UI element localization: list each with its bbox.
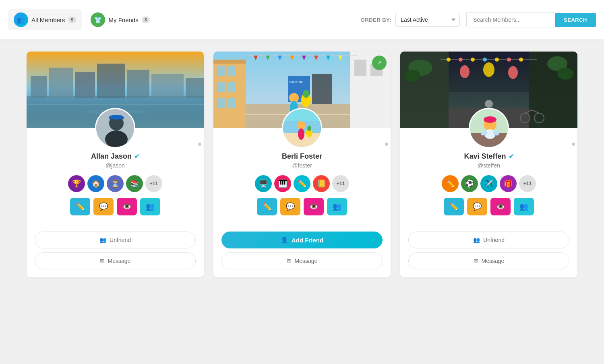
svg-point-73: [485, 100, 493, 108]
member-card-kavi-steffen: Kavi Steffen ✔ @steffen ✏️ ⚽ ✈️ 🎁 +11 ✏️…: [400, 52, 577, 277]
badges-row-3: ✏️ ⚽ ✈️ 🎁 +11: [408, 175, 569, 192]
member-card-berli-foster: PARKING ↗: [213, 52, 391, 277]
svg-rect-18: [213, 60, 246, 64]
action-view-3[interactable]: 👁️: [490, 198, 511, 215]
all-members-label: All Members: [31, 17, 65, 23]
tab-all-members[interactable]: 👥 All Members 9: [8, 9, 82, 30]
svg-rect-5: [97, 64, 125, 98]
orderby-label: ORDER BY:: [361, 17, 391, 23]
actions-row-3: ✏️ 💬 👁️ 👥: [408, 198, 569, 215]
my-friends-label: My Friends: [108, 17, 138, 23]
action-view-1[interactable]: 👁️: [117, 198, 137, 215]
card-footer-3: 👥 Unfriend ✉ Message: [400, 232, 577, 277]
avatar-dot-2: [384, 142, 389, 147]
svg-point-62: [459, 58, 463, 62]
member-card-allan-jason: Allan Jason ✔ @jason 🏆 🏠 ⏳ 📚 +11 ✏️ 💬 👁️…: [27, 52, 204, 277]
action-edit-2[interactable]: ✏️: [257, 198, 277, 215]
svg-rect-24: [228, 98, 236, 108]
unfriend-button-1[interactable]: 👥 Unfriend: [35, 232, 196, 248]
all-members-icon: 👥: [14, 12, 28, 27]
card-body-1: Allan Jason ✔ @jason 🏆 🏠 ⏳ 📚 +11 ✏️ 💬 👁️…: [27, 152, 204, 232]
verified-icon-1: ✔: [134, 153, 139, 160]
message-button-1[interactable]: ✉ Message: [35, 252, 196, 269]
svg-rect-23: [217, 98, 225, 108]
badge-3-2: ⚽: [461, 175, 478, 192]
member-name-1: Allan Jason ✔: [35, 152, 196, 161]
svg-point-61: [447, 58, 451, 62]
svg-point-50: [298, 128, 304, 140]
search-section: SEARCH: [466, 12, 596, 27]
svg-point-67: [519, 58, 523, 62]
svg-point-59: [557, 68, 573, 80]
badge-1-3: ⏳: [107, 175, 124, 192]
tab-my-friends[interactable]: 👕 My Friends 3: [85, 9, 155, 30]
svg-point-52: [307, 126, 311, 131]
svg-point-68: [460, 65, 470, 78]
action-edit-1[interactable]: ✏️: [70, 198, 90, 215]
orderby-select[interactable]: Last Active Newest Alphabetical Most Joi…: [395, 13, 460, 27]
verified-icon-3: ✔: [509, 153, 514, 160]
share-btn-2[interactable]: ↗: [372, 56, 387, 70]
message-button-2[interactable]: ✉ Message: [221, 252, 383, 269]
svg-rect-9: [27, 104, 204, 105]
badge-3-4: 🎁: [500, 175, 517, 192]
avatar-dot-1: [197, 142, 202, 147]
tab-group: 👥 All Members 9 👕 My Friends 3: [8, 9, 361, 30]
svg-rect-26: [354, 60, 366, 76]
card-avatar-1: [95, 108, 135, 148]
unfriend-button-3[interactable]: 👥 Unfriend: [408, 232, 569, 248]
svg-point-65: [495, 58, 499, 62]
member-name-2: Berli Foster: [221, 152, 383, 161]
svg-rect-3: [49, 68, 73, 98]
message-button-3[interactable]: ✉ Message: [408, 252, 569, 269]
svg-rect-15: [109, 117, 124, 119]
badge-2-3: ✏️: [294, 175, 310, 192]
actions-row-2: ✏️ 💬 👁️ 👥: [221, 198, 383, 215]
member-handle-2: @foster: [221, 162, 383, 169]
svg-rect-19: [217, 66, 225, 76]
svg-rect-22: [228, 82, 236, 92]
action-group-1[interactable]: 👥: [140, 198, 160, 215]
card-avatar-3: [469, 108, 509, 148]
member-name-3: Kavi Steffen ✔: [408, 152, 569, 161]
action-chat-3[interactable]: 💬: [467, 198, 487, 215]
card-footer-2: 👤 Add Friend ✉ Message: [213, 232, 391, 277]
card-avatar-wrap-1: [27, 108, 204, 148]
svg-rect-41: [312, 74, 332, 104]
svg-rect-8: [186, 78, 204, 98]
svg-point-64: [483, 58, 487, 62]
search-button[interactable]: SEARCH: [555, 13, 596, 27]
search-input[interactable]: [466, 12, 555, 27]
action-view-2[interactable]: 👁️: [304, 198, 324, 215]
all-members-badge: 9: [68, 17, 76, 23]
action-group-2[interactable]: 👥: [327, 198, 347, 215]
svg-rect-20: [228, 66, 236, 76]
avatar-dot-3: [571, 142, 576, 147]
message-icon-2: ✉: [287, 258, 292, 264]
svg-rect-7: [151, 74, 184, 98]
badges-row-1: 🏆 🏠 ⏳ 📚 +11: [35, 175, 196, 192]
add-friend-icon-2: 👤: [281, 236, 288, 244]
badge-3-3: ✈️: [480, 175, 497, 192]
my-friends-icon: 👕: [91, 12, 105, 27]
badge-more-1: +11: [145, 175, 162, 192]
svg-point-45: [303, 90, 309, 98]
badge-2-2: 🎹: [274, 175, 291, 192]
svg-rect-4: [75, 72, 95, 98]
my-friends-badge: 3: [142, 17, 150, 23]
actions-row-1: ✏️ 💬 👁️ 👥: [35, 198, 196, 215]
add-friend-button-2[interactable]: 👤 Add Friend: [221, 232, 383, 248]
action-edit-3[interactable]: ✏️: [444, 198, 464, 215]
action-chat-1[interactable]: 💬: [93, 198, 114, 215]
card-footer-1: 👥 Unfriend ✉ Message: [27, 232, 204, 277]
badge-3-1: ✏️: [442, 175, 459, 192]
badge-more-2: +11: [332, 175, 349, 192]
card-avatar-wrap-2: [213, 108, 391, 148]
badge-more-3: +11: [519, 175, 536, 192]
card-body-3: Kavi Steffen ✔ @steffen ✏️ ⚽ ✈️ 🎁 +11 ✏️…: [400, 152, 577, 232]
action-chat-2[interactable]: 💬: [280, 198, 300, 215]
order-section: ORDER BY: Last Active Newest Alphabetica…: [361, 13, 460, 27]
svg-rect-21: [217, 82, 225, 92]
unfriend-icon-1: 👥: [99, 237, 106, 243]
action-group-3[interactable]: 👥: [514, 198, 534, 215]
